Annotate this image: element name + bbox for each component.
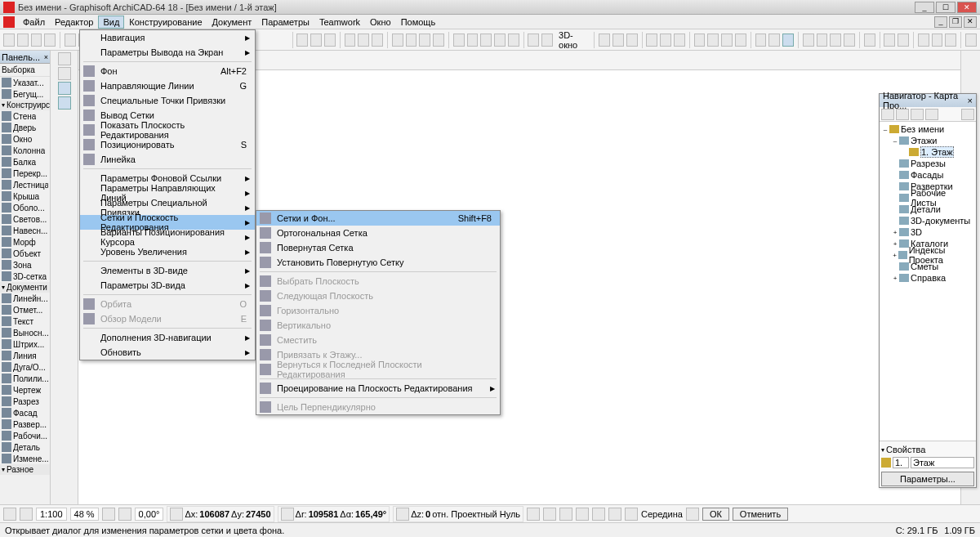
open-button[interactable] bbox=[17, 34, 29, 47]
tb-btn-25[interactable] bbox=[707, 34, 719, 47]
tb-btn-5[interactable] bbox=[358, 34, 369, 47]
menu-item--3d-[interactable]: Параметры 3D-вида▶ bbox=[80, 278, 255, 293]
tree-item--[interactable]: Рабочие Листы bbox=[881, 192, 974, 204]
tree-item--[interactable]: +Справка bbox=[881, 272, 974, 284]
maximize-button[interactable]: ☐ bbox=[936, 2, 956, 13]
tb-btn-12[interactable] bbox=[467, 34, 479, 47]
tb-btn-29[interactable] bbox=[768, 34, 780, 47]
menu-item--[interactable]: Линейка bbox=[80, 152, 255, 167]
tb-btn-35[interactable] bbox=[864, 34, 875, 47]
side-btn-3[interactable] bbox=[58, 82, 71, 95]
tb-btn-32[interactable] bbox=[817, 34, 828, 47]
menu-конструирование[interactable]: Конструирование bbox=[124, 16, 207, 29]
tool-[interactable]: Крыша bbox=[0, 190, 50, 202]
tb-btn-3[interactable] bbox=[324, 34, 336, 47]
sb-btn-10[interactable] bbox=[608, 508, 621, 521]
tree-item--[interactable]: –Этажи bbox=[881, 135, 974, 146]
tb-btn-27[interactable] bbox=[735, 34, 746, 47]
menu-item--[interactable]: Направляющие ЛинииG bbox=[80, 78, 255, 93]
tool-[interactable]: Дуга/О... bbox=[0, 361, 50, 373]
menu-item--[interactable]: Ортогональная Сетка bbox=[256, 226, 500, 240]
sb-btn-6[interactable] bbox=[543, 508, 556, 521]
tool-[interactable]: Деталь bbox=[0, 441, 50, 453]
marquee-tool[interactable]: Бегущ... bbox=[0, 88, 50, 100]
tb-btn-21[interactable] bbox=[646, 34, 657, 47]
sb-btn-4[interactable] bbox=[118, 508, 131, 521]
sb-btn-2[interactable] bbox=[20, 508, 33, 521]
tb-btn-19[interactable] bbox=[612, 34, 624, 47]
tool-[interactable]: Морф bbox=[0, 236, 50, 248]
nav-tab-1[interactable] bbox=[881, 109, 894, 120]
tool-[interactable]: Стена bbox=[0, 110, 50, 122]
menu-item--3d-[interactable]: Дополнения 3D-навигации▶ bbox=[80, 330, 255, 345]
tb-btn-8[interactable] bbox=[406, 34, 417, 47]
menu-item--[interactable]: ПозиционироватьS bbox=[80, 137, 255, 152]
tool-[interactable]: Перекр... bbox=[0, 168, 50, 179]
tb-btn-24[interactable] bbox=[694, 34, 706, 47]
tb-btn-11[interactable] bbox=[453, 34, 465, 47]
tool-[interactable]: Балка bbox=[0, 156, 50, 168]
tool-[interactable]: Чертеж bbox=[0, 384, 50, 396]
tool-[interactable]: Отмет... bbox=[0, 304, 50, 315]
tb-btn-22[interactable] bbox=[660, 34, 671, 47]
tb-btn-40[interactable] bbox=[945, 34, 956, 47]
tb-btn-7[interactable] bbox=[392, 34, 403, 47]
coord-icon[interactable] bbox=[170, 508, 183, 521]
sb-btn-1[interactable] bbox=[3, 508, 16, 521]
tb-btn-16[interactable] bbox=[528, 34, 539, 47]
tb-btn-6[interactable] bbox=[372, 34, 383, 47]
mdi-minimize[interactable]: _ bbox=[934, 16, 947, 28]
zoom-field[interactable]: 48 % bbox=[70, 508, 99, 521]
tool-[interactable]: Развер... bbox=[0, 418, 50, 430]
tb-btn-1[interactable] bbox=[296, 34, 308, 47]
tool-[interactable]: Фасад bbox=[0, 407, 50, 418]
tree-item-3d[interactable]: +3D bbox=[881, 226, 974, 238]
menu-item--[interactable]: Обновить▶ bbox=[80, 345, 255, 360]
side-btn-4[interactable] bbox=[58, 96, 71, 110]
tb-btn-39[interactable] bbox=[932, 34, 943, 47]
menu-item--[interactable]: Навигация▶ bbox=[80, 30, 255, 45]
print-button[interactable] bbox=[44, 34, 56, 47]
navigator-close-icon[interactable]: × bbox=[968, 96, 973, 105]
nav-tab-2[interactable] bbox=[896, 109, 909, 120]
tb-btn-30[interactable] bbox=[782, 34, 794, 47]
toolbox-close-icon[interactable]: × bbox=[44, 53, 48, 61]
tb-btn-20[interactable] bbox=[626, 34, 638, 47]
menu-item--[interactable]: Специальные Точки Привязки bbox=[80, 93, 255, 108]
tb-btn-14[interactable] bbox=[494, 34, 506, 47]
menu-параметры[interactable]: Параметры bbox=[256, 16, 314, 29]
tool-section-конструирс[interactable]: ▾Конструирс bbox=[0, 100, 50, 110]
tree-item--[interactable]: +Индексы Проекта bbox=[881, 249, 974, 261]
menu-item--[interactable]: ФонAlt+F2 bbox=[80, 64, 255, 78]
tool-[interactable]: Текст bbox=[0, 315, 50, 327]
tb-btn-36[interactable] bbox=[884, 34, 895, 47]
ok-button[interactable]: ОК bbox=[702, 508, 729, 521]
tb-btn-18[interactable] bbox=[599, 34, 610, 47]
sb-btn-5[interactable] bbox=[527, 508, 540, 521]
tool-section-разное[interactable]: ▾Разное bbox=[0, 464, 50, 475]
new-button[interactable] bbox=[3, 34, 15, 47]
floor-name-field[interactable]: Этаж bbox=[911, 457, 974, 468]
menu-item--3d-[interactable]: Элементы в 3D-виде▶ bbox=[80, 263, 255, 278]
tool-3d[interactable]: 3D-сетка bbox=[0, 271, 50, 282]
tb-btn-33[interactable] bbox=[830, 34, 841, 47]
tree-item-1-[interactable]: 1. Этаж bbox=[881, 146, 974, 158]
tb-btn-4[interactable] bbox=[345, 34, 356, 47]
tool-[interactable]: Светов... bbox=[0, 213, 50, 225]
menu-помощь[interactable]: Помощь bbox=[396, 16, 441, 29]
tool-[interactable]: Навесн... bbox=[0, 225, 50, 236]
menu-item--[interactable]: Сетки и Фон...Shift+F8 bbox=[256, 211, 500, 226]
nav-tab-3[interactable] bbox=[911, 109, 924, 120]
polar-icon[interactable] bbox=[281, 508, 294, 521]
tool-[interactable]: Штрих... bbox=[0, 338, 50, 350]
mdi-restore[interactable]: ❐ bbox=[949, 16, 962, 28]
tool-section-документи[interactable]: ▾Документи bbox=[0, 282, 50, 293]
sb-btn-12[interactable] bbox=[686, 508, 699, 521]
menu-редактор[interactable]: Редактор bbox=[50, 16, 98, 29]
tool-[interactable]: Оболо... bbox=[0, 202, 50, 213]
menu-item--[interactable]: Проецирование на Плоскость Редактировани… bbox=[256, 381, 500, 396]
tb-btn-28[interactable] bbox=[755, 34, 767, 47]
tb-btn-31[interactable] bbox=[803, 34, 814, 47]
angle-field[interactable]: 0,00° bbox=[135, 508, 164, 521]
nav-tab-4[interactable] bbox=[925, 109, 938, 120]
